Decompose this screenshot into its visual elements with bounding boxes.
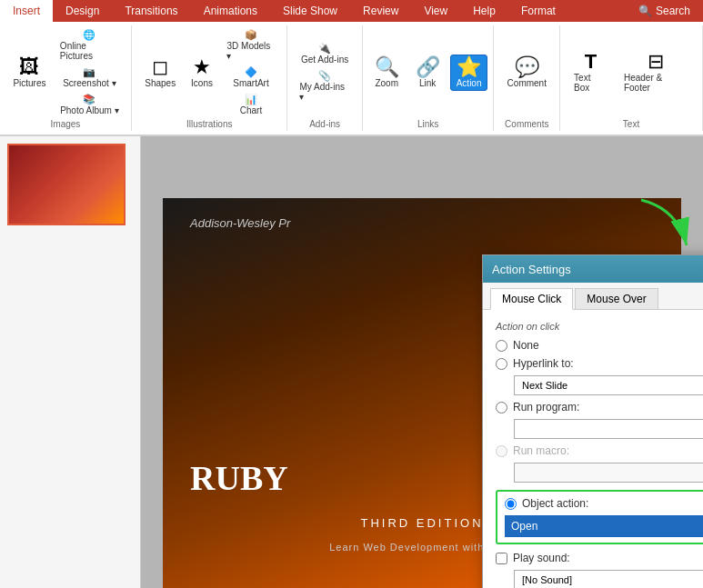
play-sound-row: Play sound: [496, 552, 703, 564]
run-program-radio[interactable] [496, 402, 507, 414]
ribbon-tabs: Insert Design Transitions Animations Sli… [0, 0, 703, 22]
slide-panel [0, 136, 141, 588]
shapes-label: Shapes [145, 78, 176, 88]
tab-mouse-click[interactable]: Mouse Click [490, 288, 573, 310]
search-icon: 🔍 [638, 5, 652, 17]
object-action-select-wrapper: OpenEditShow [505, 515, 703, 537]
comment-button[interactable]: 💬 Comment [501, 55, 553, 91]
none-radio[interactable] [496, 340, 507, 352]
dialog-titlebar: Action Settings ? ✕ [483, 255, 703, 283]
my-addins-label: My Add-ins ▾ [299, 82, 349, 102]
text-buttons: T Text Box ⊟ Header & Footer [567, 27, 695, 117]
screenshot-label: Screenshot ▾ [63, 78, 115, 88]
zoom-button[interactable]: 🔍 Zoom [368, 55, 406, 91]
pictures-label: Pictures [13, 78, 45, 88]
action-button[interactable]: ⭐ Action [450, 55, 488, 91]
tab-view[interactable]: View [411, 0, 460, 22]
smartart-button[interactable]: 🔷 SmartArt [222, 65, 279, 90]
comments-buttons: 💬 Comment [501, 27, 553, 117]
ribbon-content: 🖼 Pictures 🌐 Online Pictures 📷 Screensho… [0, 22, 703, 135]
tab-slideshow[interactable]: Slide Show [270, 0, 350, 22]
object-action-radio[interactable] [505, 498, 517, 510]
online-pictures-icon: 🌐 [83, 29, 95, 41]
slide-thumbnail[interactable] [7, 144, 126, 225]
textbox-label: Text Box [574, 73, 608, 93]
header-footer-icon: ⊟ [648, 52, 664, 72]
link-button[interactable]: 🔗 Link [409, 55, 447, 91]
3d-models-button[interactable]: 📦 3D Models ▾ [222, 27, 279, 63]
tab-animations[interactable]: Animations [191, 0, 270, 22]
tab-help[interactable]: Help [460, 0, 508, 22]
tab-format[interactable]: Format [508, 0, 568, 22]
3d-models-label: 3D Models ▾ [226, 41, 275, 61]
run-program-input-row: Browse... [514, 419, 703, 439]
action-on-click-label: Action on click [496, 321, 703, 332]
tab-transitions[interactable]: Transitions [112, 0, 190, 22]
addins-buttons: 🔌 Get Add-ins 📎 My Add-ins ▾ [295, 27, 354, 117]
sound-select[interactable]: [No Sound] [514, 570, 703, 588]
addins-group-label: Add-ins [309, 119, 340, 129]
dialog-overlay: Action Settings ? ✕ Mouse Click Mouse Ov… [141, 136, 703, 588]
links-buttons: 🔍 Zoom 🔗 Link ⭐ Action [368, 27, 488, 117]
object-action-select[interactable]: OpenEditShow [505, 515, 703, 537]
smartart-icon: 🔷 [245, 66, 257, 78]
run-macro-radio-row: Run macro: [496, 444, 703, 457]
hyperlink-radio[interactable] [496, 358, 507, 370]
run-program-label: Run program: [513, 401, 579, 414]
macro-select[interactable] [514, 463, 703, 483]
shapes-button[interactable]: ◻ Shapes [139, 55, 182, 91]
images-buttons: 🖼 Pictures 🌐 Online Pictures 📷 Screensho… [7, 27, 124, 117]
search-label: Search [656, 5, 690, 17]
ribbon: Insert Design Transitions Animations Sli… [0, 0, 703, 136]
hyperlink-radio-row: Hyperlink to: [496, 357, 703, 370]
get-addins-label: Get Add-ins [301, 55, 348, 65]
none-label: None [513, 339, 539, 352]
hyperlink-select-row: Next Slide [514, 375, 703, 395]
run-program-radio-row: Run program: [496, 401, 703, 414]
tab-design[interactable]: Design [53, 0, 112, 22]
zoom-icon: 🔍 [375, 57, 399, 77]
tab-mouse-over[interactable]: Mouse Over [575, 288, 658, 309]
my-addins-icon: 📎 [318, 70, 331, 82]
shapes-icon: ◻ [152, 57, 168, 77]
tab-review[interactable]: Review [350, 0, 411, 22]
comment-label: Comment [507, 78, 547, 88]
object-action-radio-row: Object action: [505, 497, 703, 510]
tab-insert[interactable]: Insert [0, 0, 53, 22]
group-addins: 🔌 Get Add-ins 📎 My Add-ins ▾ Add-ins [287, 25, 362, 131]
search-area[interactable]: 🔍 Search [626, 0, 703, 22]
hyperlink-select[interactable]: Next Slide [514, 375, 703, 395]
object-action-section: Object action: OpenEditShow [496, 490, 703, 544]
online-pictures-button[interactable]: 🌐 Online Pictures [55, 27, 124, 63]
run-program-input[interactable] [514, 419, 703, 439]
screenshot-icon: 📷 [83, 66, 95, 78]
photo-album-button[interactable]: 📚 Photo Album ▾ [55, 92, 124, 117]
header-footer-button[interactable]: ⊟ Header & Footer [618, 49, 695, 95]
play-sound-label: Play sound: [513, 552, 570, 564]
run-macro-label: Run macro: [513, 444, 569, 457]
photo-album-label: Photo Album ▾ [60, 105, 118, 115]
slide-thumb-image [9, 145, 124, 224]
text-group-label: Text [623, 119, 639, 129]
textbox-button[interactable]: T Text Box [567, 49, 614, 95]
screenshot-button[interactable]: 📷 Screenshot ▾ [55, 65, 124, 90]
dialog-tabs: Mouse Click Mouse Over [483, 283, 703, 310]
icons-button[interactable]: ★ Icons [186, 55, 219, 91]
chart-button[interactable]: 📊 Chart [222, 92, 279, 117]
get-addins-button[interactable]: 🔌 Get Add-ins [295, 41, 354, 66]
my-addins-button[interactable]: 📎 My Add-ins ▾ [295, 68, 354, 104]
images-group-label: Images [51, 119, 81, 129]
textbox-icon: T [585, 52, 597, 72]
online-pictures-label: Online Pictures [60, 41, 119, 61]
comments-group-label: Comments [505, 119, 548, 129]
slide-main: Addison-Wesley Pr RUBY THIRD EDITION Lea… [141, 136, 703, 588]
hyperlink-label: Hyperlink to: [513, 357, 574, 370]
group-images: 🖼 Pictures 🌐 Online Pictures 📷 Screensho… [0, 25, 132, 131]
link-label: Link [419, 78, 436, 88]
3d-models-icon: 📦 [245, 29, 257, 41]
illustrations-group-label: Illustrations [186, 119, 233, 129]
run-macro-radio[interactable] [496, 445, 507, 457]
play-sound-checkbox[interactable] [496, 553, 507, 564]
chart-label: Chart [240, 105, 262, 115]
pictures-button[interactable]: 🖼 Pictures [7, 55, 52, 91]
